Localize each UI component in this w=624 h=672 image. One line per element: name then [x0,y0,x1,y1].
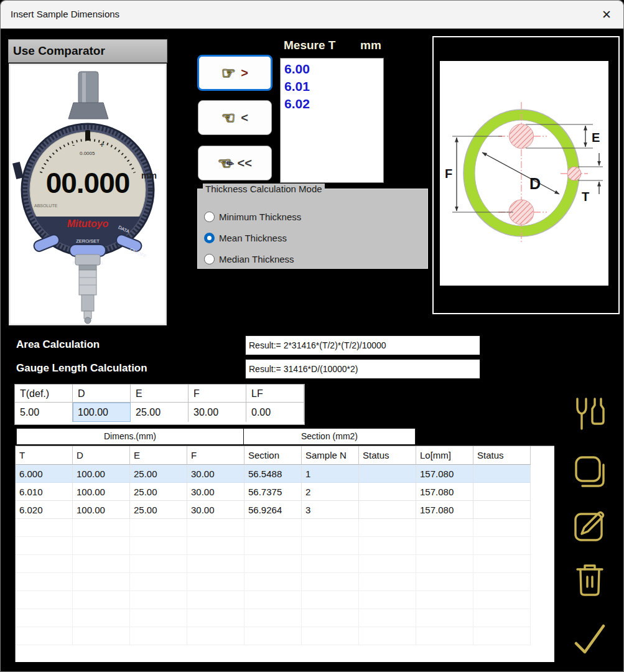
move-all-left-button[interactable]: ☜ ✎ << [198,146,272,180]
dialog-insert-sample-dimensions: Insert Sample Dimensions ✕ Use Comparato… [0,0,624,672]
results-header-cell[interactable]: Status [473,446,531,465]
results-cell: 56.7375 [244,483,302,501]
results-header-cell[interactable]: Status [359,446,416,465]
gauge-value: 00.000 [46,167,130,199]
results-cell: 2 [302,483,359,501]
results-cell: 25.00 [130,483,187,501]
gauge-absolute-text: ABSOLUTE [34,203,58,208]
radio-selected-icon[interactable] [204,233,215,243]
radio-icon[interactable] [204,212,215,222]
glassware-button[interactable] [569,395,611,435]
delete-button[interactable] [569,561,611,600]
dial-indicator-illustration: - + 0.0005 mm 00.000 ABSOLUTE Mitutoyo Z… [9,64,166,325]
defaults-header-cell: LF [246,385,304,403]
dim-label-d: D [529,175,541,192]
defaults-value-row: 5.00100.0025.0030.000.00 [15,403,304,422]
mode-option-mean-thickness[interactable]: Mean Thickness [204,233,287,243]
defaults-value-cell[interactable]: 30.00 [189,403,246,422]
area-calculation-field[interactable]: Result:= 2*31416*(T/2)*(T/2)/10000 [245,335,480,355]
edit-button[interactable] [569,506,611,546]
results-row[interactable]: 6.010100.0025.0030.0056.73752157.080 [16,483,554,501]
group-header-dimens: Dimens.(mm) [16,428,244,445]
groupbox-title: Thickness Calculation Mode [203,184,325,194]
results-header-row: TDEFSectionSample NStatusLo[mm]Status [16,446,554,465]
results-header-cell[interactable]: Lo[mm] [416,446,473,465]
measure-list-item[interactable]: 6.00 [284,60,383,78]
mode-option-median-thickness[interactable]: Median Thickness [204,254,294,264]
gauge-length-calculation-field[interactable]: Result:= 31416*D/(10000*2) [245,359,480,379]
results-header-cell[interactable]: F [187,446,244,465]
results-cell [473,465,531,483]
measure-unit: mm [360,39,381,52]
results-empty-row [16,537,554,555]
defaults-value-cell[interactable]: 25.00 [131,403,189,422]
radio-icon[interactable] [204,254,215,264]
gauge-plus: + [100,140,105,149]
results-empty-row [16,519,554,537]
use-comparator-button[interactable]: Use Comparator [8,39,167,63]
measure-listbox[interactable]: 6.006.016.02 [280,58,384,183]
title-bar: Insert Sample Dimensions ✕ [1,1,623,29]
results-cell: 100.00 [73,465,130,483]
results-header-cell[interactable]: E [130,446,187,465]
gauge-unit: mm [141,170,157,180]
results-cell: 6.010 [16,483,73,501]
defaults-value-cell[interactable]: 100.00 [73,403,131,422]
sample-circle-top [510,124,534,149]
results-row[interactable]: 6.020100.0025.0030.0056.92643157.080 [16,501,554,519]
results-row[interactable]: 6.000100.0025.0030.0056.54881157.080 [16,465,554,483]
results-header-cell[interactable]: Section [244,446,302,465]
results-cell: 30.00 [187,483,244,501]
dim-label-e: E [592,131,600,144]
results-cell: 3 [302,501,359,519]
results-cell [359,483,416,501]
results-cell: 25.00 [130,465,187,483]
defaults-table[interactable]: T(def.)DEFLF5.00100.0025.0030.000.00 [14,384,305,425]
results-cell: 157.080 [416,501,473,519]
move-right-button[interactable]: ☞ > [197,55,272,91]
results-empty-row [16,555,554,573]
results-empty-row [16,627,554,645]
comparator-photo: - + 0.0005 mm 00.000 ABSOLUTE Mitutoyo Z… [9,63,167,325]
results-cell [473,483,531,501]
gauge-stem [75,254,100,265]
results-cell: 6.000 [16,465,73,483]
ring-diagram-panel: E F D T [440,61,608,286]
mode-option-label: Mean Thickness [219,233,287,243]
results-cell: 25.00 [130,501,187,519]
duplicate-button[interactable] [569,452,611,492]
window-title: Insert Sample Dimensions [11,9,119,19]
move-left-button[interactable]: ☜ < [198,100,272,135]
duplicate-icon [572,454,607,491]
results-cell [473,501,531,519]
defaults-header-cell: E [131,385,189,403]
results-cell [359,501,416,519]
mode-option-label: Minimum Thickness [219,212,301,222]
gauge-scale-text: 0.0005 [80,151,95,156]
area-calculation-label: Area Calculation [16,338,100,351]
results-empty-row [16,609,554,627]
results-cell: 56.9264 [244,501,302,519]
gauge-length-calculation-label: Gauge Length Calculation [16,362,147,375]
results-header-cell[interactable]: T [16,446,73,465]
defaults-header-row: T(def.)DEFLF [15,385,304,403]
edit-icon [572,508,607,545]
results-header-cell[interactable]: Sample N [302,446,359,465]
measure-title: Mesure T [284,39,335,52]
results-cell: 157.080 [416,465,473,483]
results-table[interactable]: TDEFSectionSample NStatusLo[mm]Status6.0… [15,446,554,662]
defaults-header-cell: D [73,385,131,403]
defaults-value-cell[interactable]: 5.00 [15,403,73,422]
results-cell: 6.020 [16,501,73,519]
group-header-section: Section (mm2) [243,428,416,445]
measure-list-item[interactable]: 6.01 [284,78,383,95]
measure-list-item[interactable]: 6.02 [284,95,383,113]
defaults-value-cell[interactable]: 0.00 [246,403,304,422]
hand-left-icon: ☜ [221,110,235,126]
close-icon[interactable]: ✕ [597,6,616,23]
results-cell: 30.00 [187,465,244,483]
mode-option-minimum-thickness[interactable]: Minimum Thickness [204,212,301,222]
glassware-icon [572,396,607,434]
confirm-button[interactable] [569,620,611,660]
results-header-cell[interactable]: D [73,446,130,465]
